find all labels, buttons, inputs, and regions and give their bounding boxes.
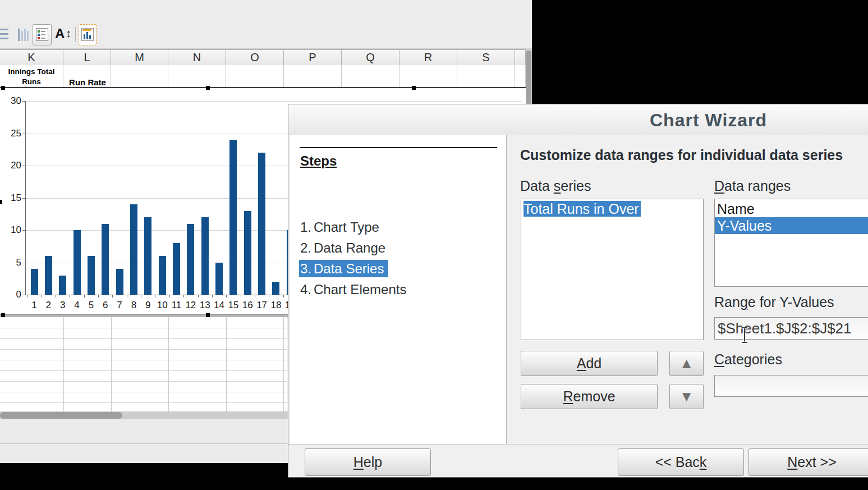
cell-L1[interactable]: Run Rate	[64, 65, 111, 87]
bar-over-13[interactable]	[201, 217, 209, 295]
step-item-chart-type[interactable]: 1.Chart Type	[300, 217, 411, 237]
bar-over-3[interactable]	[59, 276, 66, 295]
bar-over-7[interactable]	[116, 269, 123, 295]
bar-over-5[interactable]	[88, 256, 95, 295]
data-range-item-name[interactable]: Name	[715, 200, 868, 217]
data-range-item-y-values[interactable]: Y-Values	[715, 217, 868, 234]
bar-over-17[interactable]	[258, 153, 265, 295]
bar-over-16[interactable]	[244, 211, 251, 295]
bar-over-14[interactable]	[215, 263, 223, 295]
grid-line	[0, 392, 287, 392]
column-header-P[interactable]: P	[284, 50, 342, 65]
selection-handle[interactable]	[206, 313, 210, 317]
x-axis-label: 4	[70, 300, 84, 311]
x-axis-label: 13	[198, 300, 212, 311]
cell-border	[283, 65, 284, 88]
y-axis-label: 30	[0, 95, 21, 107]
column-header-O[interactable]: O	[226, 50, 284, 65]
bar-over-15[interactable]	[229, 140, 237, 295]
column-header-L[interactable]: L	[63, 50, 111, 65]
y-axis-label: 5	[0, 257, 21, 268]
move-up-button[interactable]: ▲	[669, 351, 704, 376]
step-number: 4.	[300, 282, 311, 297]
x-axis-label: 15	[226, 300, 241, 311]
column-header-M[interactable]: M	[111, 50, 168, 65]
x-axis-tick	[84, 295, 85, 297]
y-axis-label: 25	[0, 128, 21, 139]
bar-over-18[interactable]	[272, 282, 279, 295]
data-ranges-listbox[interactable]: NameY-Values	[714, 199, 868, 287]
grid-line	[0, 360, 287, 360]
column-header-K[interactable]: K	[0, 50, 63, 65]
step-number: 3.	[300, 261, 311, 276]
grid-line	[226, 317, 227, 411]
x-axis-label: 16	[240, 300, 255, 311]
cell-K1[interactable]: Innings Total Runs	[0, 66, 63, 88]
dialog-separator	[288, 444, 868, 445]
x-axis-label: 3	[56, 300, 70, 311]
column-header-Q[interactable]: Q	[342, 50, 399, 65]
categories-input[interactable]	[714, 375, 868, 397]
bar-over-2[interactable]	[45, 256, 52, 295]
vertical-grids-icon[interactable]	[16, 24, 30, 44]
data-series-listbox[interactable]: Total Runs in Over	[521, 199, 704, 340]
column-header-S[interactable]: S	[457, 50, 515, 65]
bar-over-4[interactable]	[74, 230, 81, 295]
range-for-y-input[interactable]: $Sheet1.$J$2:$J$21	[714, 317, 868, 340]
step-label: Chart Type	[314, 219, 379, 235]
x-axis-tick	[212, 295, 213, 297]
bar-over-6[interactable]	[102, 224, 109, 295]
data-series-item[interactable]: Total Runs in Over	[521, 200, 703, 217]
steps-panel: Steps 1.Chart Type2.Data Range3.Data Ser…	[290, 135, 507, 444]
x-axis-tick	[155, 295, 155, 297]
legend-toggle-icon[interactable]	[33, 24, 52, 45]
selection-handle[interactable]	[0, 200, 2, 204]
column-header-partial[interactable]	[515, 50, 526, 65]
bar-over-9[interactable]	[144, 217, 151, 295]
add-button[interactable]: Add	[521, 351, 658, 376]
data-table-icon[interactable]	[79, 24, 97, 45]
empty-grid-area[interactable]	[0, 317, 287, 411]
x-axis-tick	[42, 295, 42, 297]
customize-header: Customize data ranges for individual dat…	[520, 147, 843, 163]
bar-over-12[interactable]	[187, 224, 194, 295]
down-arrow-icon: ▼	[679, 388, 694, 405]
x-axis-tick	[183, 295, 184, 297]
cell-border	[226, 65, 226, 88]
selection-handle[interactable]	[412, 86, 416, 90]
y-axis-label: 10	[0, 225, 21, 236]
step-item-chart-elements[interactable]: 4.Chart Elements	[300, 279, 411, 300]
scale-text-icon[interactable]: A ↕	[54, 24, 73, 44]
x-axis-label: 2	[41, 300, 56, 311]
next-button[interactable]: Next >>	[748, 448, 868, 476]
data-series-label: Data series	[520, 178, 591, 194]
x-axis-tick	[70, 295, 70, 297]
remove-button[interactable]: Remove	[521, 384, 658, 409]
help-button[interactable]: Help	[305, 448, 431, 476]
horizontal-scrollbar-thumb[interactable]	[0, 412, 122, 419]
move-down-button[interactable]: ▼	[669, 384, 704, 409]
cell-border	[168, 65, 168, 88]
categories-label: Categories	[714, 351, 782, 368]
selection-handle[interactable]	[206, 86, 210, 90]
selection-handle[interactable]	[1, 313, 5, 317]
bar-over-8[interactable]	[130, 204, 137, 295]
bar-over-10[interactable]	[159, 256, 166, 295]
y-axis-label: 15	[0, 193, 21, 204]
bar-over-11[interactable]	[173, 243, 180, 295]
selection-handle[interactable]	[1, 86, 5, 90]
y-axis-label: 0	[0, 289, 21, 300]
back-button[interactable]: << Back	[618, 448, 744, 476]
cell-border	[111, 65, 111, 88]
column-header-R[interactable]: R	[399, 50, 457, 65]
bar-over-1[interactable]	[31, 269, 38, 295]
cell-border	[399, 65, 399, 88]
column-header-N[interactable]: N	[168, 50, 226, 65]
sheet-row-1[interactable]: Innings Total Runs Run Rate	[0, 65, 532, 88]
dialog-titlebar[interactable]: Chart Wizard	[288, 104, 868, 135]
x-axis-label: 8	[126, 300, 141, 311]
step-item-data-range[interactable]: 2.Data Range	[300, 237, 411, 258]
horizontal-grids-icon[interactable]	[0, 24, 11, 44]
legend-glyph	[36, 28, 48, 41]
step-item-data-series[interactable]: 3.Data Series	[300, 258, 411, 279]
